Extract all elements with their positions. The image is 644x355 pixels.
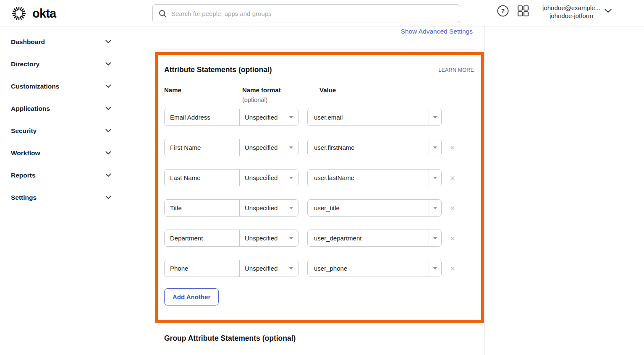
value-dropdown-button[interactable] xyxy=(429,139,441,156)
delete-row-button[interactable]: × xyxy=(448,264,457,273)
sidebar-item-label: Security xyxy=(11,127,37,135)
dropdown-arrow-icon xyxy=(433,116,437,119)
attribute-value-combobox xyxy=(307,139,442,156)
column-header-format: Name format (optional) xyxy=(240,86,298,103)
attribute-row: Unspecified × xyxy=(164,169,475,186)
column-header-value: Value xyxy=(307,86,442,103)
chevron-down-icon xyxy=(105,151,111,155)
global-search xyxy=(152,4,460,23)
attribute-value-input[interactable] xyxy=(308,139,429,156)
sidebar-item-reports[interactable]: Reports xyxy=(0,164,122,186)
name-format-select[interactable]: Unspecified xyxy=(240,139,298,156)
dropdown-arrow-icon xyxy=(289,267,293,270)
chevron-down-icon xyxy=(105,40,111,44)
attribute-name-input[interactable] xyxy=(165,139,240,156)
dropdown-arrow-icon xyxy=(433,237,437,240)
sidebar-item-customizations[interactable]: Customizations xyxy=(0,75,122,97)
name-format-value: Unspecified xyxy=(245,265,277,272)
attribute-value-input[interactable] xyxy=(308,200,429,216)
name-format-select[interactable]: Unspecified xyxy=(240,200,298,216)
okta-wordmark: okta xyxy=(32,7,56,21)
name-format-select[interactable]: Unspecified xyxy=(240,230,298,246)
value-dropdown-button[interactable] xyxy=(429,230,441,246)
add-another-button[interactable]: Add Another xyxy=(164,288,219,305)
attribute-row: Unspecified × xyxy=(164,260,475,277)
value-dropdown-button[interactable] xyxy=(429,200,441,216)
attribute-name-input[interactable] xyxy=(165,260,240,277)
attribute-name-input[interactable] xyxy=(165,170,240,186)
attribute-value-combobox xyxy=(307,199,442,217)
sidebar-item-dashboard[interactable]: Dashboard xyxy=(0,31,122,53)
sidebar-item-security[interactable]: Security xyxy=(0,120,122,142)
column-header-format-label: Name format xyxy=(242,86,281,94)
chevron-down-icon xyxy=(105,62,111,66)
dropdown-arrow-icon xyxy=(433,267,437,270)
annotation-highlight-box: Attribute Statements (optional) LEARN MO… xyxy=(155,52,484,323)
show-advanced-settings-link[interactable]: Show Advanced Settings xyxy=(401,28,473,35)
dropdown-arrow-icon xyxy=(289,207,293,209)
name-format-value: Unspecified xyxy=(245,204,277,211)
dropdown-arrow-icon xyxy=(433,207,437,209)
sidebar-item-settings[interactable]: Settings xyxy=(0,186,122,209)
chevron-down-icon xyxy=(105,129,111,133)
learn-more-link[interactable]: LEARN MORE xyxy=(438,67,474,73)
account-menu[interactable]: johndoe@example... johndoe-jotform xyxy=(541,4,602,20)
delete-row-button[interactable]: × xyxy=(448,234,457,243)
attribute-value-input[interactable] xyxy=(308,260,429,277)
dropdown-arrow-icon xyxy=(289,177,293,179)
sidebar-item-directory[interactable]: Directory xyxy=(0,53,122,75)
question-mark-icon: ? xyxy=(497,5,509,17)
attribute-value-input[interactable] xyxy=(308,170,429,186)
chevron-down-icon xyxy=(105,84,111,88)
settings-panel: Show Advanced Settings Attribute Stateme… xyxy=(153,26,485,355)
sidebar-item-label: Workflow xyxy=(11,149,40,157)
column-headers: Name Name format (optional) Value xyxy=(164,86,475,103)
section-divider xyxy=(162,318,477,318)
name-format-select[interactable]: Unspecified xyxy=(240,260,298,277)
group-attribute-section-title: Group Attribute Statements (optional) xyxy=(164,334,296,343)
attribute-value-input[interactable] xyxy=(308,230,429,246)
attribute-section-header: Attribute Statements (optional) LEARN MO… xyxy=(164,65,475,74)
section-divider xyxy=(160,50,477,50)
name-format-value: Unspecified xyxy=(245,174,277,181)
sidebar-item-label: Dashboard xyxy=(11,38,45,46)
dropdown-arrow-icon xyxy=(289,116,293,119)
delete-row-button[interactable]: × xyxy=(448,143,457,152)
help-button[interactable]: ? xyxy=(497,5,509,17)
app-switcher-button[interactable] xyxy=(516,4,530,18)
dropdown-arrow-icon xyxy=(433,177,437,179)
attribute-name-input[interactable] xyxy=(165,109,240,125)
dropdown-arrow-icon xyxy=(289,237,293,240)
svg-text:?: ? xyxy=(501,8,505,14)
dropdown-arrow-icon xyxy=(289,146,293,149)
attribute-row: Unspecified × xyxy=(164,139,475,156)
chevron-down-icon[interactable] xyxy=(605,9,612,13)
sidebar-item-workflow[interactable]: Workflow xyxy=(0,142,122,164)
sidebar-item-label: Settings xyxy=(11,194,37,201)
name-format-select[interactable]: Unspecified xyxy=(240,109,298,125)
column-header-name: Name xyxy=(164,86,240,103)
sidebar-item-label: Reports xyxy=(11,172,36,179)
sidebar-item-applications[interactable]: Applications xyxy=(0,97,122,120)
okta-admin-console: okta ? xyxy=(0,0,644,355)
column-spacer xyxy=(298,86,307,103)
search-icon xyxy=(159,10,167,18)
value-dropdown-button[interactable] xyxy=(429,260,441,277)
attribute-row: Unspecified xyxy=(164,109,475,126)
value-dropdown-button[interactable] xyxy=(429,170,441,186)
name-format-select[interactable]: Unspecified xyxy=(240,170,298,186)
sidebar-item-label: Customizations xyxy=(11,83,59,90)
attribute-name-group: Unspecified xyxy=(164,260,298,277)
value-dropdown-button[interactable] xyxy=(429,109,441,125)
sidebar-item-label: Directory xyxy=(11,60,39,68)
search-input[interactable] xyxy=(171,10,454,17)
attribute-name-input[interactable] xyxy=(165,230,240,246)
attribute-name-input[interactable] xyxy=(165,200,240,216)
delete-row-button[interactable]: × xyxy=(448,173,457,183)
chevron-down-icon xyxy=(105,196,111,199)
chevron-down-icon xyxy=(105,107,111,110)
attribute-value-input[interactable] xyxy=(308,109,429,125)
account-email: johndoe@example... xyxy=(541,4,602,12)
attribute-name-group: Unspecified xyxy=(164,139,298,156)
delete-row-button[interactable]: × xyxy=(448,204,457,213)
